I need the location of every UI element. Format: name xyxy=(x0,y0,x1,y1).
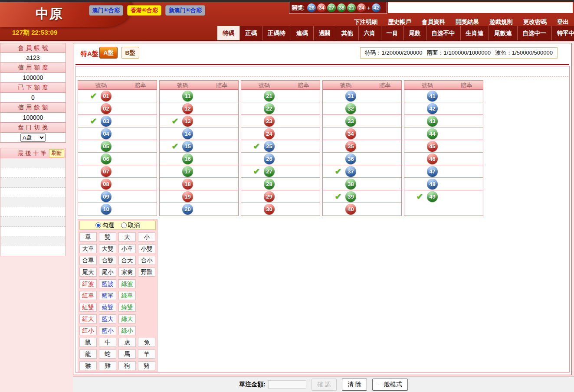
number-row[interactable]: ✔49 xyxy=(404,190,483,203)
number-row[interactable]: 40 xyxy=(323,203,401,216)
nav-link[interactable]: 會員資料 xyxy=(422,18,445,26)
number-row[interactable]: ✔37 xyxy=(323,165,401,178)
lottery-ball-20[interactable]: 20 xyxy=(182,204,193,215)
option-button[interactable]: 藍大 xyxy=(99,314,116,323)
option-button[interactable]: 單 xyxy=(79,232,97,242)
game-tab[interactable]: 新澳门⑥合彩 xyxy=(165,5,205,16)
number-row[interactable]: ✔39 xyxy=(323,190,401,203)
option-button[interactable]: 馬 xyxy=(118,350,136,359)
bet-amount-input[interactable] xyxy=(268,380,306,389)
option-button[interactable]: 鼠 xyxy=(79,338,97,347)
option-button[interactable]: 雙 xyxy=(99,232,116,242)
number-row[interactable]: 12 xyxy=(160,102,238,115)
number-row[interactable]: 07 xyxy=(78,165,157,178)
number-row[interactable]: 31 xyxy=(323,90,401,102)
lottery-ball-29[interactable]: 29 xyxy=(264,191,275,202)
lottery-ball-38[interactable]: 38 xyxy=(345,179,356,189)
lottery-ball-09[interactable]: 09 xyxy=(101,191,112,202)
bet-type-tab[interactable]: 過關 xyxy=(313,26,336,40)
option-button[interactable]: 合雙 xyxy=(99,256,116,265)
number-row[interactable]: 34 xyxy=(323,127,401,140)
game-tab[interactable]: 香港⑥合彩 xyxy=(127,5,161,16)
lottery-ball-48[interactable]: 48 xyxy=(427,179,438,189)
option-button[interactable]: 大雙 xyxy=(99,244,116,253)
number-row[interactable]: 11 xyxy=(160,90,238,102)
lottery-ball-22[interactable]: 22 xyxy=(264,103,275,114)
option-button[interactable]: 大 xyxy=(118,232,136,242)
option-button[interactable]: 雞 xyxy=(99,361,116,370)
number-row[interactable]: 45 xyxy=(404,140,483,153)
number-row[interactable]: 46 xyxy=(404,153,483,165)
option-button[interactable]: 豬 xyxy=(138,361,155,370)
bet-type-tab[interactable]: 正碼特 xyxy=(262,26,291,40)
number-row[interactable]: 22 xyxy=(241,102,320,115)
number-row[interactable]: 30 xyxy=(241,203,320,216)
bet-type-tab[interactable]: 特平中 xyxy=(551,26,574,40)
bet-type-tab[interactable]: 尾数 xyxy=(403,26,426,40)
number-row[interactable]: 08 xyxy=(78,178,157,190)
bet-type-tab[interactable]: 正碼 xyxy=(239,26,262,40)
number-row[interactable]: 41 xyxy=(404,90,483,102)
lottery-ball-06[interactable]: 06 xyxy=(101,154,112,164)
option-button[interactable]: 尾大 xyxy=(79,268,97,277)
lottery-ball-01[interactable]: 01 xyxy=(101,91,112,101)
lottery-ball-26[interactable]: 26 xyxy=(264,154,275,164)
lottery-ball-05[interactable]: 05 xyxy=(101,141,112,152)
number-row[interactable]: 44 xyxy=(404,127,483,140)
lottery-ball-19[interactable]: 19 xyxy=(182,191,193,202)
lottery-ball-45[interactable]: 45 xyxy=(427,141,438,152)
lottery-ball-03[interactable]: 03 xyxy=(101,116,112,127)
lottery-ball-15[interactable]: 15 xyxy=(182,141,193,152)
lottery-ball-16[interactable]: 16 xyxy=(182,154,193,164)
bet-type-tab[interactable]: 一肖 xyxy=(381,26,403,40)
lottery-ball-23[interactable]: 23 xyxy=(264,116,275,127)
number-row[interactable]: 14 xyxy=(160,127,238,140)
number-row[interactable]: 04 xyxy=(78,127,157,140)
option-button[interactable]: 家禽 xyxy=(118,268,136,277)
number-row[interactable]: 19 xyxy=(160,190,238,203)
option-button[interactable]: 紅波 xyxy=(79,279,97,288)
number-row[interactable]: 43 xyxy=(404,115,483,127)
lottery-ball-10[interactable]: 10 xyxy=(101,204,112,215)
option-button[interactable]: 紅單 xyxy=(79,291,97,300)
bet-type-tab[interactable]: 特碼 xyxy=(217,26,239,40)
option-button[interactable]: 虎 xyxy=(118,338,136,347)
lottery-ball-11[interactable]: 11 xyxy=(182,91,193,101)
lottery-ball-36[interactable]: 36 xyxy=(345,154,356,164)
number-row[interactable]: 24 xyxy=(241,127,320,140)
option-button[interactable]: 紅小 xyxy=(79,326,97,335)
lottery-ball-13[interactable]: 13 xyxy=(182,116,193,127)
bet-type-tab[interactable]: 自选中一 xyxy=(517,26,551,40)
option-button[interactable]: 合小 xyxy=(138,256,155,265)
lottery-ball-44[interactable]: 44 xyxy=(427,128,438,139)
option-button[interactable]: 紅大 xyxy=(79,314,97,323)
nav-link[interactable]: 歷史帳戶 xyxy=(388,18,411,26)
number-row[interactable]: ✔01 xyxy=(78,90,157,102)
radio-icon[interactable] xyxy=(121,222,127,228)
lottery-ball-37[interactable]: 37 xyxy=(345,166,356,177)
number-row[interactable]: 42 xyxy=(404,102,483,115)
radio-icon[interactable] xyxy=(95,222,101,228)
number-row[interactable]: 21 xyxy=(241,90,320,102)
option-button[interactable]: 野獸 xyxy=(138,268,155,277)
option-button[interactable]: 綠波 xyxy=(118,279,136,288)
nav-link[interactable]: 遊戲規則 xyxy=(489,18,513,26)
lottery-ball-14[interactable]: 14 xyxy=(182,128,193,139)
option-button[interactable]: 綠大 xyxy=(118,314,136,323)
number-row[interactable]: 26 xyxy=(241,153,320,165)
number-row[interactable]: 35 xyxy=(323,140,401,153)
number-row[interactable]: 10 xyxy=(78,203,157,216)
option-button[interactable]: 兔 xyxy=(138,338,155,347)
lottery-ball-35[interactable]: 35 xyxy=(345,141,356,152)
lottery-ball-07[interactable]: 07 xyxy=(101,166,112,177)
lottery-ball-25[interactable]: 25 xyxy=(264,141,275,152)
option-button[interactable]: 藍雙 xyxy=(99,303,116,312)
lottery-ball-47[interactable]: 47 xyxy=(427,166,438,177)
confirm-button[interactable]: 確 認 xyxy=(312,379,337,391)
lottery-ball-49[interactable]: 49 xyxy=(427,191,438,202)
option-button[interactable]: 羊 xyxy=(138,350,155,359)
number-row[interactable]: ✔27 xyxy=(241,165,320,178)
number-row[interactable]: 09 xyxy=(78,190,157,203)
number-row[interactable]: 48 xyxy=(404,178,483,190)
lottery-ball-02[interactable]: 02 xyxy=(101,103,112,114)
